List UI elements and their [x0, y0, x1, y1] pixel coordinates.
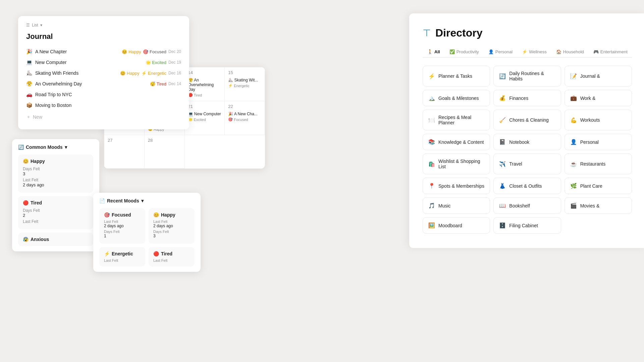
tag-focused: 🎯 Focused	[143, 49, 166, 54]
journal-entry-1[interactable]: 🎉 A New Chapter 😊 Happy 🎯 Focused Dec 20	[26, 46, 181, 57]
last-felt-label: Last Felt	[104, 220, 141, 224]
entry-date: Dec 19	[168, 60, 181, 65]
dir-item-moodboard[interactable]: 🖼️ Moodboard	[423, 217, 490, 234]
journal-entry-4[interactable]: 😤 An Overwhelming Day 😴 Tired Dec 14	[26, 78, 181, 89]
tab-wellness[interactable]: ⚡ Wellness	[517, 47, 551, 58]
journal-entry-5[interactable]: 🚗 Road Trip to NYC	[26, 89, 181, 100]
chevron-down-icon: ▾	[40, 23, 42, 27]
last-felt-value: 2 days ago	[104, 224, 141, 228]
moods-header: 🔄 Common Moods ▾	[18, 144, 93, 150]
mood-name: 😊 Happy	[23, 159, 89, 164]
spots-icon: 📍	[428, 183, 435, 189]
dir-item-label: Workouts	[580, 117, 600, 123]
dir-item-work[interactable]: 💼 Work &	[565, 90, 632, 106]
cal-day-number: 15	[228, 70, 261, 75]
dir-item-finances[interactable]: 💰 Finances	[493, 90, 561, 106]
entry-emoji: ⛸️	[26, 70, 33, 76]
tab-entertainment[interactable]: 🎮 Entertainment	[589, 47, 632, 58]
dir-item-goals[interactable]: 🏔️ Goals & Milestones	[423, 90, 490, 106]
dir-item-bookshelf[interactable]: 📖 Bookshelf	[493, 197, 561, 214]
tab-label: All	[434, 49, 440, 54]
dir-item-label: Knowledge & Content	[438, 139, 484, 145]
cal-event-title[interactable]: 😤 An Overwhelming Day	[188, 78, 221, 92]
recent-mood-name: 🎯 Focused	[104, 212, 141, 218]
journal-entry-2[interactable]: 💻 New Computer 🌟 Excited Dec 19	[26, 57, 181, 68]
entry-title: A New Chapter	[35, 49, 67, 54]
journal-icon: 📝	[570, 73, 577, 79]
dir-item-workouts[interactable]: 💪 Workouts	[565, 110, 632, 130]
dir-item-filing[interactable]: 🗄️ Filing Cabinet	[493, 217, 561, 234]
tab-all[interactable]: 🚶 All	[423, 47, 445, 58]
last-felt-label: Last Felt	[153, 258, 190, 262]
recent-mood-focused[interactable]: 🎯 Focused Last Felt 2 days ago Days Felt…	[99, 208, 145, 244]
new-label[interactable]: New	[33, 114, 42, 120]
entertainment-icon: 🎮	[593, 49, 599, 54]
dir-item-recipes[interactable]: 🍽️ Recipes & Meal Planner	[423, 110, 490, 130]
dir-item-wishlist[interactable]: 🛍️ Wishlist & Shopping List	[423, 154, 490, 174]
dir-item-journal[interactable]: 📝 Journal &	[565, 66, 632, 86]
directory-grid: ⚡ Planner & Tasks 🔄 Daily Routines & Hab…	[423, 66, 632, 234]
cal-day-number: 28	[148, 138, 181, 143]
cal-event-title[interactable]: 🎉 A New Cha...	[228, 112, 261, 116]
mood-label: Happy	[31, 159, 45, 164]
journal-panel: ☰ List ▾ Journal 🎉 A New Chapter 😊 Happy…	[18, 16, 189, 129]
recent-mood-energetic[interactable]: ⚡ Energetic Last Felt	[99, 247, 145, 266]
dir-item-planner[interactable]: ⚡ Planner & Tasks	[423, 66, 490, 86]
mood-card-happy[interactable]: 😊 Happy Days Felt 3 Last Felt 2 days ago	[18, 155, 93, 193]
entry-title: An Overwhelming Day	[35, 81, 82, 86]
personal-icon: 👤	[570, 139, 577, 145]
dir-item-travel[interactable]: ✈️ Travel	[493, 154, 561, 174]
chevron-down-icon: ▾	[141, 198, 144, 203]
journal-view-label[interactable]: List	[32, 23, 38, 27]
dir-item-plants[interactable]: 🌿 Plant Care	[565, 178, 632, 194]
cal-cell-28: 28	[145, 135, 185, 169]
last-felt-value: 2 days ago	[23, 182, 89, 187]
cal-cell-21: 21 💻 New Computer 🌟Excited	[185, 101, 225, 135]
dir-item-label: Finances	[509, 96, 528, 101]
entry-emoji: 📦	[26, 102, 33, 108]
notebook-icon: 📓	[499, 139, 506, 145]
recent-moods-header: 📄 Recent Moods ▾	[99, 198, 195, 203]
cal-day-number: 21	[188, 104, 221, 109]
tab-label: Personal	[495, 49, 513, 54]
tab-label: Household	[563, 49, 584, 54]
mood-emoji: 😊	[153, 212, 159, 218]
mood-label: Anxious	[31, 237, 49, 242]
mood-card-tired[interactable]: 🔴 Tired Days Felt 2 Last Felt	[18, 196, 93, 229]
work-icon: 💼	[570, 95, 577, 101]
dir-item-personal[interactable]: 👤 Personal	[565, 134, 632, 150]
tab-personal[interactable]: 👤 Personal	[484, 47, 517, 58]
dir-item-movies[interactable]: 🎬 Movies &	[565, 197, 632, 214]
household-icon: 🏠	[556, 49, 561, 54]
dir-item-notebook[interactable]: 📓 Notebook	[493, 134, 561, 150]
entry-title: New Computer	[35, 60, 66, 65]
closet-icon: 👗	[499, 183, 506, 189]
routines-icon: 🔄	[499, 73, 506, 79]
dir-item-chores[interactable]: 🧹 Chores & Cleaning	[493, 110, 561, 130]
recent-mood-name: ⚡ Energetic	[104, 251, 141, 256]
recent-mood-happy[interactable]: 😊 Happy Last Felt 2 days ago Days Felt 3	[149, 208, 195, 244]
dir-item-restaurants[interactable]: ☕ Restaurants	[565, 154, 632, 174]
tab-productivity[interactable]: ✅ Productivity	[445, 47, 484, 58]
new-entry-button[interactable]: ＋ New	[26, 114, 181, 120]
entry-emoji: 🚗	[26, 92, 33, 98]
tag-happy: 😊 Happy	[120, 71, 139, 76]
dir-item-label: Journal &	[580, 73, 600, 79]
dir-item-knowledge[interactable]: 📚 Knowledge & Content	[423, 134, 490, 150]
dir-item-label: Planner & Tasks	[438, 73, 472, 79]
journal-entry-3[interactable]: ⛸️ Skating With Friends 😊 Happy ⚡ Energe…	[26, 68, 181, 78]
cal-event-title[interactable]: 💻 New Computer	[188, 112, 221, 116]
cal-event-title[interactable]: ⛸️ Skating Wit...	[228, 78, 261, 82]
last-felt-label: Last Felt	[23, 178, 89, 182]
recent-mood-tired[interactable]: 🔴 Tired Last Felt	[149, 247, 195, 266]
journal-entry-6[interactable]: 📦 Moving to Boston	[26, 100, 181, 111]
tab-household[interactable]: 🏠 Household	[551, 47, 589, 58]
dir-item-daily-routines[interactable]: 🔄 Daily Routines & Habits	[493, 66, 561, 86]
mood-card-anxious[interactable]: 😰 Anxious	[18, 233, 93, 246]
dir-item-label: Restaurants	[580, 161, 605, 167]
personal-icon: 👤	[488, 49, 494, 54]
dir-item-music[interactable]: 🎵 Music	[423, 197, 490, 214]
dir-item-spots[interactable]: 📍 Spots & Memberships	[423, 178, 490, 194]
dir-item-closet[interactable]: 👗 Closet & Outfits	[493, 178, 561, 194]
entry-emoji: 💻	[26, 59, 33, 65]
